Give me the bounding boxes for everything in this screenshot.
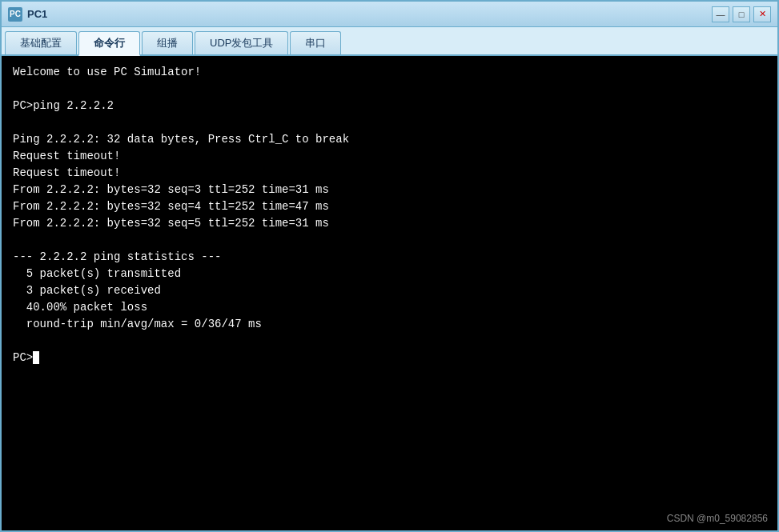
tabs-bar: 基础配置 命令行 组播 UDP发包工具 串口 — [2, 27, 777, 56]
maximize-button[interactable]: □ — [733, 6, 750, 22]
window-controls: — □ ✕ — [712, 6, 771, 22]
window-title: PC1 — [27, 8, 712, 20]
terminal-area[interactable]: Welcome to use PC Simulator! PC>ping 2.2… — [2, 56, 777, 530]
main-window: PC PC1 — □ ✕ 基础配置 命令行 组播 UDP发包工具 串口 Welc… — [0, 0, 779, 532]
tab-command-line[interactable]: 命令行 — [78, 31, 140, 56]
minimize-button[interactable]: — — [712, 6, 729, 22]
tab-udp-tool[interactable]: UDP发包工具 — [195, 31, 288, 54]
close-button[interactable]: ✕ — [753, 6, 771, 22]
terminal-cursor — [33, 351, 39, 364]
tab-basic-config[interactable]: 基础配置 — [5, 31, 77, 54]
tab-serial[interactable]: 串口 — [290, 31, 341, 54]
terminal-output: Welcome to use PC Simulator! PC>ping 2.2… — [13, 64, 766, 366]
tab-multicast[interactable]: 组播 — [142, 31, 193, 54]
watermark: CSDN @m0_59082856 — [667, 513, 768, 524]
title-bar: PC PC1 — □ ✕ — [2, 2, 777, 27]
window-icon: PC — [8, 7, 22, 22]
